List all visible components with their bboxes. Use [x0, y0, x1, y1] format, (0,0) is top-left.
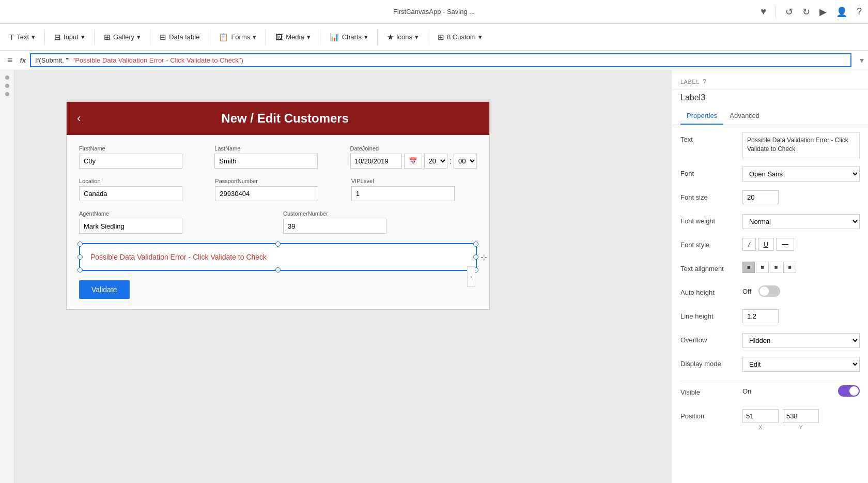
prop-text-display: Possible Data Validation Error - Click V… [742, 132, 860, 159]
agent-label: AgentName [79, 210, 273, 217]
topbar-actions: ♥ ↺ ↻ ▶ 👤 ? [761, 6, 862, 18]
passport-input[interactable] [215, 186, 318, 201]
align-justify-button[interactable]: ≡ [783, 262, 796, 273]
customer-input[interactable] [283, 219, 386, 234]
align-left-button[interactable]: ≡ [742, 262, 755, 273]
divider-1 [680, 381, 860, 381]
right-panel-help-icon[interactable]: ? [703, 78, 706, 85]
prop-fontstyle-row: Font style / U — [680, 238, 860, 254]
vip-input[interactable] [351, 186, 455, 201]
prop-overflow-row: Overflow Hidden [680, 333, 860, 350]
toolbar-text-btn[interactable]: T Text ▾ [4, 30, 40, 44]
formula-fx-btn[interactable]: fx [20, 56, 26, 64]
prop-autoheight-row: Auto height Off [680, 285, 860, 302]
toolbar-icons-btn[interactable]: ★ Icons ▾ [382, 30, 424, 44]
toolbar-divider-3 [150, 29, 150, 45]
toolbar-input-btn[interactable]: ⊟ Input ▾ [49, 30, 90, 44]
tab-properties[interactable]: Properties [680, 108, 723, 125]
location-label: Location [79, 178, 205, 184]
validation-message-box[interactable]: ⊹ Possible Data Validation Error - Click… [79, 243, 477, 271]
align-center-button[interactable]: ≡ [756, 262, 768, 273]
move-handle-icon[interactable]: ⊹ [481, 252, 487, 262]
formula-input[interactable]: If(Submit, "" "Possible Data Validation … [30, 53, 851, 67]
prop-lineheight-label: Line height [680, 309, 742, 320]
handle-mr[interactable] [473, 254, 478, 260]
overflow-select[interactable]: Hidden [742, 333, 860, 348]
prop-fontweight-label: Font weight [680, 214, 742, 225]
toolbar-charts-btn[interactable]: 📊 Charts ▾ [324, 30, 373, 44]
user-icon[interactable]: 👤 [836, 6, 847, 18]
location-input[interactable] [79, 186, 182, 201]
lastname-group: LastName [214, 145, 339, 169]
main-area: ‹ New / Edit Customers FirstName LastNam… [0, 70, 868, 483]
charts-chevron-icon: ▾ [364, 33, 368, 41]
prop-lineheight-row: Line height [680, 309, 860, 326]
line-height-input[interactable] [742, 309, 779, 323]
lastname-input[interactable] [214, 154, 318, 169]
prop-lineheight-value [742, 309, 860, 323]
formula-menu-icon[interactable]: ≡ [4, 55, 16, 66]
font-size-input[interactable] [742, 190, 779, 204]
toolbar-divider-1 [44, 29, 45, 45]
toolbar-divider-7 [377, 29, 378, 45]
handle-tl[interactable] [78, 242, 83, 247]
tab-advanced[interactable]: Advanced [723, 108, 766, 125]
text-icon: T [9, 33, 14, 41]
font-select[interactable]: Open Sans [742, 167, 860, 182]
handle-bl[interactable] [78, 267, 83, 273]
date-input[interactable] [350, 154, 402, 169]
autoheight-off-label: Off [742, 288, 751, 295]
handle-ml[interactable] [78, 254, 83, 260]
topbar: FirstCanvasApp - Saving ... ♥ ↺ ↻ ▶ 👤 ? [0, 0, 868, 24]
align-right-button[interactable]: ≡ [770, 262, 782, 273]
firstname-group: FirstName [79, 145, 204, 169]
hour-select[interactable]: 20 [424, 154, 447, 169]
italic-button[interactable]: / [742, 238, 756, 251]
handle-tm[interactable] [275, 242, 281, 247]
font-weight-select[interactable]: Normal [742, 214, 860, 229]
displaymode-select[interactable]: Edit [742, 357, 860, 372]
autoheight-toggle[interactable] [758, 285, 780, 297]
redo-icon[interactable]: ↻ [802, 6, 810, 18]
right-panel-tabs: Properties Advanced [672, 108, 868, 125]
visible-toggle[interactable] [838, 385, 860, 397]
formula-expand-icon[interactable]: ▾ [860, 55, 864, 65]
sidebar-dot-2 [5, 84, 9, 88]
prop-fontsize-value [742, 190, 860, 204]
minute-select[interactable]: 00 [454, 154, 477, 169]
heartbeat-icon[interactable]: ♥ [761, 6, 766, 17]
icons-icon: ★ [387, 33, 394, 42]
validate-button[interactable]: Validate [79, 280, 130, 299]
date-input-group: 📅 20 : 00 [350, 154, 477, 169]
toolbar-media-btn[interactable]: 🖼 Media ▾ [270, 30, 315, 44]
form-back-button[interactable]: ‹ [77, 112, 81, 125]
prop-displaymode-row: Display mode Edit [680, 357, 860, 373]
prop-overflow-label: Overflow [680, 333, 742, 344]
prop-fontstyle-label: Font style [680, 238, 742, 249]
firstname-input[interactable] [79, 154, 182, 169]
text-align-button-group: ≡ ≡ ≡ ≡ [742, 262, 860, 273]
right-panel-collapse-btn[interactable]: › [467, 266, 475, 287]
position-y-input[interactable] [783, 409, 819, 423]
undo-icon[interactable]: ↺ [785, 6, 793, 18]
play-icon[interactable]: ▶ [819, 6, 827, 18]
underline-button[interactable]: U [758, 238, 774, 251]
handle-bm[interactable] [275, 267, 281, 273]
form-body: FirstName LastName DateJoined 📅 [67, 135, 489, 309]
toolbar-forms-btn[interactable]: 📋 Forms ▾ [213, 30, 261, 44]
input-icon: ⊟ [54, 33, 61, 42]
toolbar-custom-btn[interactable]: ⊞ 8 Custom ▾ [432, 30, 487, 44]
position-x-input[interactable] [742, 409, 779, 423]
toolbar-datatable-btn[interactable]: ⊟ Data table [154, 30, 205, 44]
canvas-area[interactable]: ‹ New / Edit Customers FirstName LastNam… [14, 70, 672, 483]
prop-font-value: Open Sans [742, 167, 860, 182]
strikethrough-button[interactable]: — [776, 238, 794, 251]
toolbar-gallery-btn[interactable]: ⊞ Gallery ▾ [99, 30, 146, 44]
handle-tr[interactable] [473, 242, 478, 247]
agent-input[interactable] [79, 219, 182, 234]
toolbar-divider-8 [428, 29, 428, 45]
sidebar-dot-3 [5, 92, 9, 96]
prop-text-value: Possible Data Validation Error - Click V… [742, 132, 860, 159]
calendar-button[interactable]: 📅 [404, 154, 422, 169]
help-icon[interactable]: ? [857, 6, 862, 17]
